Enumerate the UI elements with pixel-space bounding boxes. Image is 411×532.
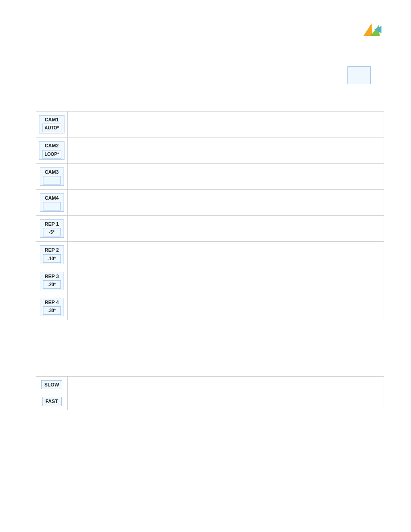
fast-button[interactable]: FAST xyxy=(42,397,62,406)
logo-icon xyxy=(363,21,381,38)
table-row: CAM1AUTO* xyxy=(36,112,384,137)
cam1-content xyxy=(68,112,384,137)
rep1-button[interactable]: REP 1-5* xyxy=(40,219,64,238)
cam1-sub-label: AUTO* xyxy=(42,124,61,132)
rep2-sub-label: -10* xyxy=(43,254,61,263)
table-row: CAM2LOOP* xyxy=(36,137,384,163)
table-row: SLOW xyxy=(36,377,384,393)
logo-area xyxy=(363,21,384,38)
table-row: REP 4-30* xyxy=(36,294,384,320)
rep3-sub-label: -20* xyxy=(43,280,61,289)
table-row: REP 1-5* xyxy=(36,216,384,242)
cam4-button[interactable]: CAM4 xyxy=(40,193,64,212)
cam1-button[interactable]: CAM1AUTO* xyxy=(39,115,64,133)
cam4-sub-empty xyxy=(43,202,61,210)
cam3-content xyxy=(68,163,384,189)
svg-marker-0 xyxy=(364,23,372,36)
main-table: CAM1AUTO* CAM2LOOP* CAM3 CAM4 REP 1-5* R… xyxy=(36,111,384,320)
rep2-button[interactable]: REP 2-10* xyxy=(40,245,64,264)
rep4-content xyxy=(68,294,384,320)
rep1-content xyxy=(68,216,384,242)
speed-table: SLOW FAST xyxy=(36,376,384,410)
cam2-content xyxy=(68,137,384,163)
table-row: REP 2-10* xyxy=(36,242,384,268)
cam3-sub-empty xyxy=(43,176,61,184)
ctrl-button[interactable] xyxy=(347,66,371,84)
rep3-button[interactable]: REP 3-20* xyxy=(40,272,64,290)
rep1-sub-label: -5* xyxy=(43,228,61,236)
rep4-sub-label: -30* xyxy=(43,306,61,315)
table-row: REP 3-20* xyxy=(36,268,384,294)
table-row: CAM3 xyxy=(36,163,384,189)
cam3-button[interactable]: CAM3 xyxy=(40,167,64,186)
main-section: CAM1AUTO* CAM2LOOP* CAM3 CAM4 REP 1-5* R… xyxy=(36,111,384,320)
cam2-button[interactable]: CAM2LOOP* xyxy=(39,141,64,159)
slow-content xyxy=(68,377,384,393)
rep3-content xyxy=(68,268,384,294)
rep4-button[interactable]: REP 4-30* xyxy=(40,298,64,316)
table-row: CAM4 xyxy=(36,189,384,215)
speed-section: SLOW FAST xyxy=(36,376,384,410)
cam2-sub-label: LOOP* xyxy=(42,150,61,159)
slow-button[interactable]: SLOW xyxy=(41,380,62,389)
cam4-content xyxy=(68,189,384,215)
rep2-content xyxy=(68,242,384,268)
fast-content xyxy=(68,393,384,410)
table-row: FAST xyxy=(36,393,384,410)
